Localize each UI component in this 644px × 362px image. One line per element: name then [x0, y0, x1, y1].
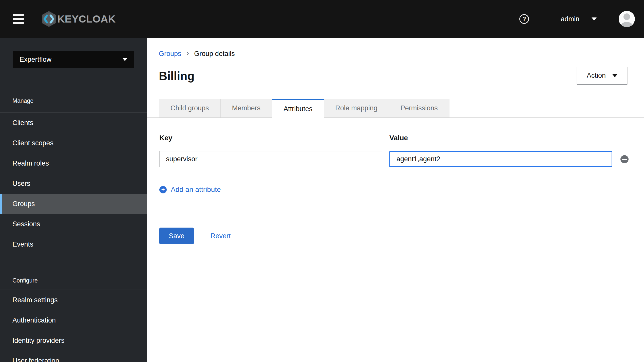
attributes-form: Key Value + Add an attribute Save Rever [147, 134, 644, 244]
tab-members[interactable]: Members [221, 99, 272, 117]
help-icon[interactable]: ? [519, 14, 529, 24]
avatar[interactable] [619, 11, 635, 27]
section-label: Manage [12, 97, 33, 104]
sidebar-item-authentication[interactable]: Authentication [0, 310, 147, 330]
realm-selector-block: Expertflow [0, 51, 147, 89]
attribute-value-input[interactable] [389, 151, 612, 167]
top-header: KEYCLOAK ? admin [0, 0, 644, 38]
breadcrumb-chevron-icon: › [186, 49, 189, 57]
manage-nav: Clients Client scopes Realm roles Users … [0, 113, 147, 254]
keycloak-admin-console: KEYCLOAK ? admin Expertflow Manage [0, 0, 644, 362]
tab-role-mapping[interactable]: Role mapping [324, 99, 389, 117]
sidebar-item-events[interactable]: Events [0, 234, 147, 254]
form-actions: Save Revert [159, 228, 644, 244]
sidebar-item-user-federation[interactable]: User federation [0, 351, 147, 362]
sidebar-item-users[interactable]: Users [0, 173, 147, 194]
attribute-key-input[interactable] [159, 151, 382, 167]
realm-selector[interactable]: Expertflow [13, 51, 134, 68]
chevron-down-icon [612, 74, 617, 77]
section-label: Configure [12, 277, 38, 284]
nav-toggle-button[interactable] [13, 14, 24, 24]
sidebar-item-realm-roles[interactable]: Realm roles [0, 153, 147, 173]
revert-link[interactable]: Revert [211, 232, 231, 240]
plus-circle-icon: + [159, 186, 167, 193]
breadcrumb-current: Group details [194, 50, 235, 58]
breadcrumb-groups-link[interactable]: Groups [159, 50, 181, 58]
sidebar-item-realm-settings[interactable]: Realm settings [0, 290, 147, 310]
group-tabs: Child groups Members Attributes Role map… [147, 99, 644, 118]
minus-circle-icon [622, 159, 627, 160]
chevron-down-icon [122, 58, 127, 61]
user-menu-dropdown[interactable]: admin [561, 15, 597, 23]
action-dropdown-button[interactable]: Action [577, 67, 628, 85]
page-title: Billing [159, 69, 644, 83]
sidebar-item-client-scopes[interactable]: Client scopes [0, 133, 147, 153]
nav-section-manage: Manage [0, 89, 147, 113]
nav-section-configure: Configure [0, 271, 147, 290]
breadcrumb: Groups › Group details [159, 50, 644, 58]
page-header: Billing Action [159, 69, 644, 83]
tab-attributes[interactable]: Attributes [272, 99, 324, 117]
tab-permissions[interactable]: Permissions [389, 99, 449, 117]
add-attribute-link[interactable]: + Add an attribute [159, 186, 221, 194]
sidebar: Expertflow Manage Clients Client scopes … [0, 38, 147, 362]
brand-text: KEYCLOAK [57, 14, 116, 24]
value-column-label: Value [389, 134, 408, 142]
keycloak-logo-icon [41, 11, 57, 27]
attribute-row [159, 151, 644, 167]
tab-child-groups[interactable]: Child groups [159, 99, 221, 117]
username-label: admin [561, 15, 579, 23]
avatar-person-icon [623, 13, 630, 20]
realm-name: Expertflow [20, 56, 51, 64]
sidebar-item-identity-providers[interactable]: Identity providers [0, 330, 147, 351]
chevron-down-icon [592, 17, 597, 21]
attributes-header-row: Key Value [159, 134, 644, 142]
main-content: Groups › Group details Billing Action Ch… [147, 38, 644, 362]
keycloak-logo[interactable]: KEYCLOAK [41, 11, 116, 27]
key-column-label: Key [159, 134, 172, 142]
sidebar-item-clients[interactable]: Clients [0, 113, 147, 133]
sidebar-item-groups[interactable]: Groups [0, 194, 147, 214]
header-toolbar: ? admin [519, 11, 644, 27]
configure-nav: Realm settings Authentication Identity p… [0, 290, 147, 362]
save-button[interactable]: Save [159, 228, 194, 244]
hamburger-icon [13, 14, 24, 16]
sidebar-item-sessions[interactable]: Sessions [0, 214, 147, 234]
remove-attribute-button[interactable] [620, 155, 629, 163]
